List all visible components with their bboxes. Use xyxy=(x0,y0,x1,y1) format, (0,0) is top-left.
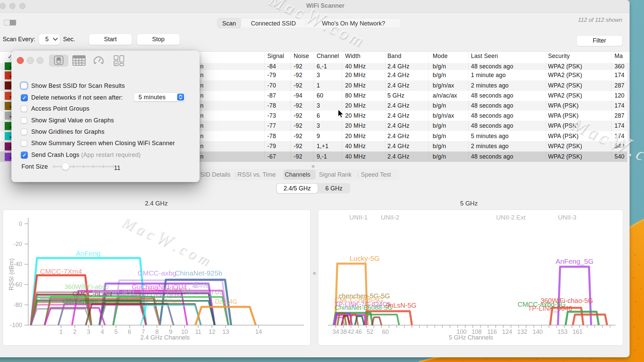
svg-text:?: ? xyxy=(114,62,117,67)
